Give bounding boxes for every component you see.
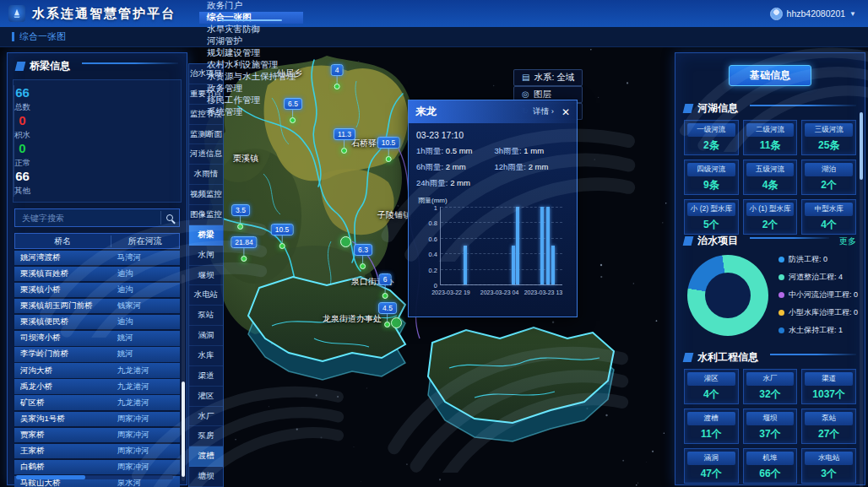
info-cell: 渡槽 11个	[684, 409, 739, 444]
info-cell-value: 27个	[802, 425, 855, 443]
station-icon[interactable]	[340, 236, 351, 247]
bridge-name-cell: 禹龙小桥	[14, 381, 111, 392]
water-level-marker[interactable]: 4.5	[378, 299, 397, 327]
layer-menu-item[interactable]: 水库	[189, 346, 223, 366]
legend-item: 防洪工程: 0	[778, 254, 858, 265]
layer-menu-item[interactable]: 塘坝	[189, 467, 223, 487]
col-header-river: 所在河流	[111, 235, 179, 247]
layer-menu-item[interactable]: 水电站	[189, 285, 223, 306]
info-cell-value: 1037个	[802, 386, 855, 403]
nav-tab[interactable]: 规划建设管理	[199, 47, 303, 59]
water-level-marker[interactable]: 6	[379, 270, 392, 299]
more-link[interactable]: 更多	[839, 235, 856, 247]
layer-menu-item[interactable]: 图像监控	[189, 205, 223, 225]
nav-tab[interactable]: 政务门户	[199, 0, 303, 12]
nav-tab[interactable]: 河湖管护	[199, 35, 303, 47]
metric-label: 6h雨量:	[416, 162, 443, 171]
layer-menu-item[interactable]: 水闸	[189, 246, 223, 266]
layer-menu-item[interactable]: 灌区	[189, 387, 223, 407]
layer-menu-item[interactable]: 泵站	[189, 306, 223, 326]
water-level-marker[interactable]: 11.3	[334, 125, 355, 154]
nav-tab[interactable]: 系统管理	[199, 106, 303, 118]
popup-detail-link[interactable]: 详情 ›	[533, 106, 554, 117]
bridge-info-panel: 桥梁信息 66 总数 0 积水 0	[7, 52, 187, 485]
table-row[interactable]: 王家桥 周家冲河	[14, 444, 180, 459]
gridline: 0.8	[441, 222, 562, 223]
table-row[interactable]: 李学岭门前桥 姚河	[14, 347, 180, 362]
table-row[interactable]: 吴家沟1号桥 周家冲河	[14, 412, 180, 427]
layer-menu: 治水项目 重要节点 监控节点 监测断面 河道信息 水雨情 视频监控 图像监控 桥…	[188, 63, 224, 487]
water-level-marker[interactable]: 6.3	[354, 241, 372, 269]
marker-pin-icon	[241, 256, 247, 262]
rain-metrics: 1h雨量: 0.5 mm 3h雨量: 1 mm 6h雨量: 2 mm	[416, 146, 569, 189]
table-row[interactable]: 栗溪镇小桥 迪沟	[14, 283, 180, 298]
water-level-marker[interactable]: 3.5	[231, 201, 250, 230]
base-info-button[interactable]: 基础信息	[729, 65, 811, 86]
nav-tab[interactable]: 移民工作管理	[199, 95, 303, 106]
layer-menu-item[interactable]: 堰坝	[189, 266, 223, 286]
table-row[interactable]: 司坝湾小桥 姚河	[14, 331, 180, 346]
table-row[interactable]: 禹龙小桥 九龙港河	[14, 379, 180, 394]
table-row[interactable]: 贾家桥 周家冲河	[14, 428, 180, 443]
scrollbar-thumb[interactable]	[16, 475, 85, 479]
table-row[interactable]: 栗溪镇百姓桥 迪沟	[14, 267, 180, 282]
table-row[interactable]: 栗溪镇便民桥 迪沟	[14, 315, 180, 330]
nav-tab[interactable]: 综合一张图	[199, 12, 303, 24]
nav-tab[interactable]: 农村水利设施管理	[199, 59, 303, 71]
map-control-button[interactable]: ▤ 水系: 全域	[513, 69, 583, 86]
marker-value: 10.5	[377, 137, 400, 149]
info-cell: 灌区 4个	[684, 369, 739, 404]
layer-menu-item[interactable]: 水雨情	[189, 165, 223, 185]
popup-title: 来龙	[415, 105, 437, 119]
table-row[interactable]: 栗溪镇胡玉两门前桥 钱家河	[14, 299, 180, 314]
layer-menu-item[interactable]: 桥梁	[189, 225, 223, 246]
bridge-stat-value: 0	[14, 113, 30, 127]
bridge-name-cell: 王家桥	[14, 446, 111, 457]
layer-menu-item[interactable]: 渠道	[189, 366, 223, 387]
water-level-marker[interactable]: 4	[331, 61, 344, 89]
table-row[interactable]: 矿区桥 九龙港河	[14, 395, 180, 410]
layer-menu-item[interactable]: 视频监控	[189, 185, 223, 205]
metric-value: 2 mm	[446, 162, 466, 171]
y-tick-label: 0	[420, 282, 437, 289]
table-row[interactable]: 河沟大桥 九龙港河	[14, 363, 180, 378]
user-menu[interactable]: hhzb42080201 ▼	[770, 8, 868, 20]
legend-text: 河道整治工程: 4	[789, 272, 843, 283]
layer-menu-item[interactable]: 泵房	[189, 426, 223, 446]
search-button[interactable]	[160, 211, 177, 225]
chevron-down-icon: ▼	[849, 10, 856, 18]
water-level-marker[interactable]: 10.5	[377, 133, 400, 162]
top-nav: 水系连通智慧管护平台 政务门户 综合一张图 水旱灾害防御 河湖管护 规划建设管理…	[0, 0, 868, 27]
search-input[interactable]	[14, 208, 180, 227]
table-row[interactable]: 姚河湾渡桥 马湾河	[14, 251, 180, 266]
scrollbar-thumb[interactable]	[860, 112, 863, 180]
bridge-stats: 66 总数 0 积水 0 正常 66 其他	[13, 79, 182, 203]
layer-menu-item[interactable]: 河道信息	[189, 144, 223, 165]
info-cell-label: 五级河流	[746, 163, 795, 176]
legend-dot-icon	[778, 274, 784, 280]
panel-scrollbar	[860, 112, 863, 487]
bridge-name-cell: 白鹤桥	[14, 462, 111, 473]
gridline: 1	[441, 207, 562, 208]
layer-menu-item[interactable]: 水厂	[189, 407, 223, 427]
info-cell-value: 4个	[685, 386, 738, 403]
info-cell-value: 25条	[802, 137, 855, 154]
layer-menu-item[interactable]: 监测断面	[189, 125, 223, 145]
section-divider	[770, 354, 856, 355]
water-level-marker[interactable]: 21.84	[231, 233, 257, 262]
scrollbar-thumb[interactable]	[182, 381, 185, 477]
river-name-cell: 迪沟	[111, 317, 180, 327]
layer-menu-item[interactable]: 渡槽	[189, 446, 223, 467]
close-icon[interactable]: ✕	[561, 107, 570, 117]
table-row[interactable]: 白鹤桥 周家冲河	[14, 460, 180, 475]
nav-tab[interactable]: 水旱灾害防御	[199, 24, 303, 35]
breadcrumb[interactable]: 综合一张图	[12, 30, 66, 43]
x-tick-label: 2023-03-23 13	[524, 289, 563, 295]
nav-tab[interactable]: 水资源与水土保持管理	[199, 71, 303, 83]
marker-value: 21.84	[231, 236, 257, 248]
section-marker-icon	[15, 62, 26, 71]
info-cell-value: 47个	[685, 465, 738, 483]
layer-menu-item[interactable]: 涵洞	[189, 326, 223, 346]
water-level-marker[interactable]: 10.5	[271, 220, 294, 249]
nav-tab[interactable]: 政务管理	[199, 83, 303, 95]
